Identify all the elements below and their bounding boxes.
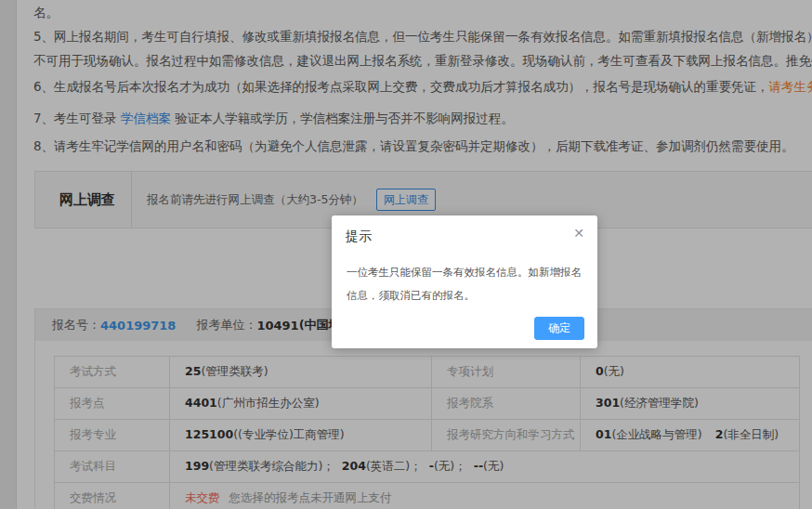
dialog-footer: 确定 bbox=[534, 317, 584, 340]
dialog-title: 提示 bbox=[346, 228, 372, 243]
dialog-body: 一位考生只能保留一条有效报名信息。如新增报名 信息，须取消已有的报名。 bbox=[332, 244, 597, 307]
close-icon[interactable]: ✕ bbox=[573, 226, 584, 241]
registration-page: 名。 5、网上报名期间，考生可自行填报、修改或重新填报报名信息，但一位考生只能保… bbox=[0, 0, 812, 509]
dialog-header: 提示 ✕ bbox=[332, 215, 597, 244]
dialog-message-line2: 信息，须取消已有的报名。 bbox=[347, 284, 583, 307]
confirm-button[interactable]: 确定 bbox=[534, 317, 584, 340]
alert-dialog: 提示 ✕ 一位考生只能保留一条有效报名信息。如新增报名 信息，须取消已有的报名。… bbox=[332, 215, 597, 348]
dialog-message-line1: 一位考生只能保留一条有效报名信息。如新增报名 bbox=[347, 261, 583, 284]
